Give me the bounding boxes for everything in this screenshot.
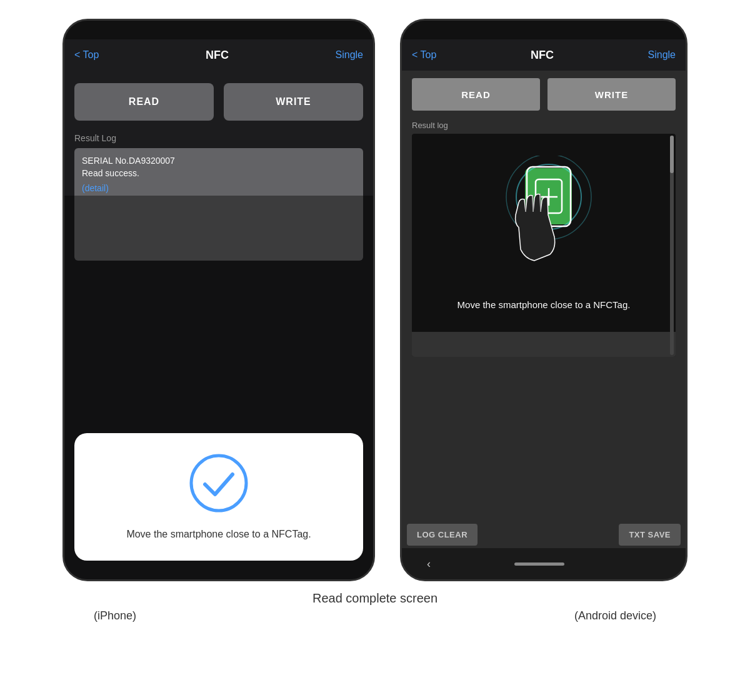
iphone-back-button[interactable]: < Top <box>74 49 99 61</box>
android-back-button[interactable]: < Top <box>412 49 436 61</box>
checkmark-icon <box>188 452 250 514</box>
iphone-write-button[interactable]: WRITE <box>224 83 363 121</box>
android-scrollbar[interactable] <box>670 136 674 355</box>
android-nav-single[interactable]: Single <box>648 49 676 61</box>
iphone-nav-bar: < Top NFC Single <box>64 39 373 71</box>
iphone-nav-single[interactable]: Single <box>336 49 363 61</box>
iphone-result-log-label: Result Log <box>74 133 363 143</box>
android-nfc-instruction: Move the smartphone close to a NFCTag. <box>458 299 631 310</box>
nfc-phone-hand-icon <box>484 156 603 287</box>
android-result-log-label: Result log <box>402 118 686 134</box>
android-txt-save-button[interactable]: TXT SAVE <box>619 524 681 546</box>
android-nav-title: NFC <box>531 49 554 62</box>
android-write-button[interactable]: WRITE <box>548 78 676 111</box>
android-nav-bar: < Top NFC Single <box>402 39 686 71</box>
iphone-log-success: Read success. <box>82 168 356 178</box>
caption-android: (Android device) <box>574 609 656 622</box>
caption-sub-row: (iPhone) (Android device) <box>81 609 669 622</box>
iphone-log-serial: SERIAL No.DA9320007 <box>82 156 356 166</box>
android-button-row: READ WRITE <box>402 71 686 118</box>
iphone-modal-overlay: Move the smartphone close to a NFCTag. <box>64 196 373 579</box>
iphone-nav-title: NFC <box>206 49 229 62</box>
android-system-nav: ‹ <box>402 548 686 579</box>
android-content-area: READ WRITE Result log <box>402 71 686 579</box>
android-screenshot: < Top NFC Single READ WRITE Result log <box>400 19 688 581</box>
iphone-modal-card: Move the smartphone close to a NFCTag. <box>74 433 363 561</box>
android-bottom-buttons: LOG CLEAR TXT SAVE <box>402 521 686 548</box>
iphone-button-row: READ WRITE <box>74 83 363 121</box>
svg-point-0 <box>191 456 246 511</box>
android-log-area: Move the smartphone close to a NFCTag. <box>412 134 676 357</box>
iphone-screenshot: < Top NFC Single READ WRITE Result Log S… <box>62 19 375 581</box>
android-nfc-illustration: Move the smartphone close to a NFCTag. <box>445 134 643 332</box>
iphone-read-button[interactable]: READ <box>74 83 214 121</box>
android-system-back-icon[interactable]: ‹ <box>427 558 431 571</box>
android-status-bar <box>402 21 686 39</box>
iphone-status-bar <box>64 21 373 39</box>
caption-main-text: Read complete screen <box>312 591 438 606</box>
android-home-pill[interactable] <box>514 562 564 566</box>
caption-iphone: (iPhone) <box>94 609 136 622</box>
android-read-button[interactable]: READ <box>412 78 540 111</box>
iphone-log-detail[interactable]: (detail) <box>82 183 356 193</box>
iphone-content-area: READ WRITE Result Log SERIAL No.DA932000… <box>64 71 373 579</box>
iphone-modal-instruction: Move the smartphone close to a NFCTag. <box>126 527 311 542</box>
android-log-clear-button[interactable]: LOG CLEAR <box>407 524 478 546</box>
captions-area: Read complete screen (iPhone) (Android d… <box>0 591 750 622</box>
